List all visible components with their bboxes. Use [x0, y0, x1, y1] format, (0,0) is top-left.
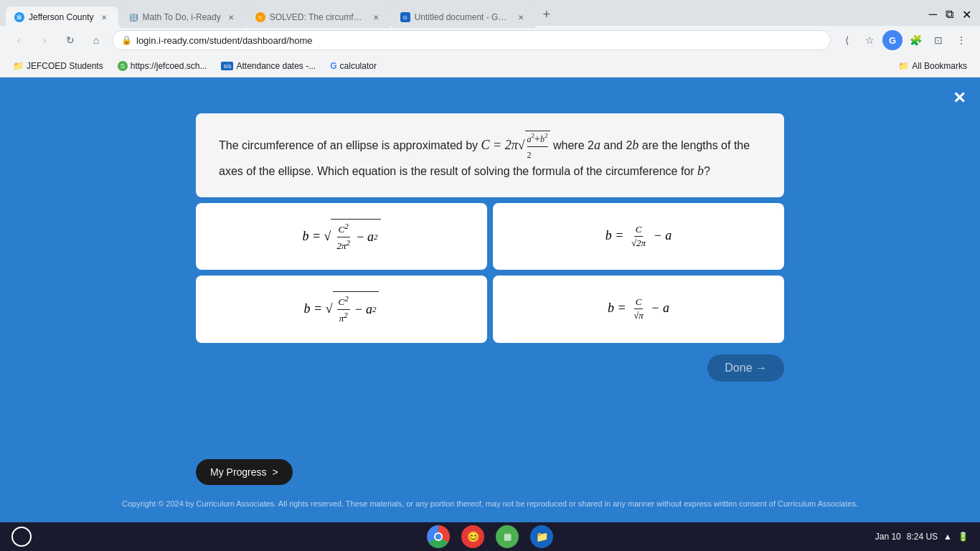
bookmark-calculator-icon: G	[330, 61, 336, 71]
answers-grid: b = √ C2 2π2 − a2 b = C	[196, 203, 784, 342]
answer-2-formula: b = C √2π − a	[606, 223, 672, 250]
bookmark-sch-icon: S	[118, 61, 128, 71]
answer-4-formula: b = C √π − a	[608, 296, 669, 322]
question-card: The circumference of an ellipse is appro…	[196, 113, 784, 197]
answer-option-3[interactable]: b = √ C2 π2 − a2	[196, 276, 487, 342]
bookmarks-bar: 📁 JEFCOED Students S https://jefcoed.sch…	[0, 55, 980, 77]
address-bar[interactable]: 🔒 login.i-ready.com/student/dashboard/ho…	[112, 30, 831, 50]
bookmark-sch[interactable]: S https://jefcoed.sch...	[113, 60, 212, 72]
taskbar-right: Jan 10 8:24 US ▲ 🔋	[875, 532, 969, 542]
taskbar-time: 8:24 US	[907, 532, 938, 542]
my-progress-arrow: >	[273, 466, 278, 478]
taskbar-chrome-icon[interactable]	[427, 525, 450, 548]
bookmark-calculator-label: calculator	[340, 61, 377, 71]
main-content: ✕ The circumference of an ellipse is app…	[0, 77, 980, 522]
taskbar: 😊 ▦ 📁 Jan 10 8:24 US ▲ 🔋	[0, 522, 980, 551]
bookmark-sch-label: https://jefcoed.sch...	[131, 61, 207, 71]
extensions-button[interactable]: 🧩	[905, 30, 925, 50]
tab4-close[interactable]: ✕	[515, 11, 527, 23]
address-text: login.i-ready.com/student/dashboard/home	[136, 35, 312, 46]
done-button[interactable]: Done →	[707, 354, 784, 382]
taskbar-blue-icon[interactable]: 📁	[530, 525, 553, 548]
tab3-favicon: S	[255, 12, 265, 22]
wifi-icon: ▲	[943, 532, 952, 542]
address-bar-actions: ⟨ ☆ G 🧩 ⊡ ⋮	[837, 30, 971, 50]
taskbar-date: Jan 10	[875, 532, 901, 542]
copyright-text: Copyright © 2024 by Curriculum Associate…	[122, 499, 858, 508]
copyright-bar: Copyright © 2024 by Curriculum Associate…	[0, 499, 980, 508]
tab4-favicon: G	[400, 12, 410, 22]
all-bookmarks[interactable]: 📁 All Bookmarks	[894, 60, 971, 72]
bookmarks-folder-icon: 📁	[898, 61, 909, 71]
lock-icon: 🔒	[121, 35, 132, 45]
tab3-label: SOLVED: The circumference of e...	[270, 12, 366, 22]
address-bar-row: ‹ › ↻ ⌂ 🔒 login.i-ready.com/student/dash…	[0, 26, 980, 55]
tab2-label: Math To Do, i-Ready	[143, 12, 221, 22]
answer-option-4[interactable]: b = C √π − a	[493, 276, 784, 342]
bookmark-jefcoed-icon: 📁	[13, 61, 24, 71]
share-button[interactable]: ⟨	[837, 30, 857, 50]
taskbar-os-button[interactable]	[11, 527, 32, 547]
bookmark-jefcoed-label: JEFCOED Students	[27, 61, 103, 71]
answer-option-1[interactable]: b = √ C2 2π2 − a2	[196, 203, 487, 270]
all-bookmarks-label: All Bookmarks	[912, 61, 967, 71]
tab4-label: Untitled document - Google Doc...	[415, 12, 511, 22]
close-button[interactable]: ✕	[953, 89, 966, 108]
new-tab-button[interactable]: +	[537, 4, 557, 24]
question-text: The circumference of an ellipse is appro…	[219, 139, 750, 177]
bookmark-attendance-label: Attendance dates -...	[236, 61, 316, 71]
bookmark-attendance[interactable]: sis Attendance dates -...	[217, 60, 320, 72]
answer-1-formula: b = √ C2 2π2 − a2	[302, 219, 380, 254]
menu-button[interactable]: ⋮	[951, 30, 971, 50]
taskbar-green-icon[interactable]: ▦	[496, 525, 519, 548]
tab-minimize[interactable]: ─	[926, 5, 940, 24]
tab-math-to-do[interactable]: 🔢 Math To Do, i-Ready ✕	[120, 6, 245, 28]
tab-jefferson-county[interactable]: 🏛 Jefferson County ✕	[6, 6, 118, 28]
tab-bar: 🏛 Jefferson County ✕ 🔢 Math To Do, i-Rea…	[0, 0, 980, 26]
tab1-favicon: 🏛	[14, 12, 24, 22]
tab1-close[interactable]: ✕	[98, 11, 110, 23]
reload-button[interactable]: ↻	[60, 30, 80, 50]
bookmark-attendance-icon: sis	[221, 62, 233, 70]
profile-button[interactable]: ⊡	[928, 30, 948, 50]
bookmark-star[interactable]: ☆	[859, 30, 880, 50]
tab-restore[interactable]: ⧉	[943, 5, 956, 24]
bookmark-calculator[interactable]: G calculator	[326, 60, 381, 72]
tab-google-docs[interactable]: G Untitled document - Google Doc... ✕	[392, 6, 535, 28]
tab2-close[interactable]: ✕	[225, 11, 237, 23]
tab2-favicon: 🔢	[128, 12, 138, 22]
tab-close-window[interactable]: ✕	[959, 5, 974, 24]
back-button[interactable]: ‹	[9, 30, 29, 50]
tab3-close[interactable]: ✕	[370, 11, 382, 23]
answer-3-formula: b = √ C2 π2 − a2	[304, 291, 380, 326]
answer-option-2[interactable]: b = C √2π − a	[493, 203, 784, 270]
taskbar-red-icon[interactable]: 😊	[461, 525, 484, 548]
forward-button[interactable]: ›	[34, 30, 55, 50]
home-button[interactable]: ⌂	[86, 30, 106, 50]
tab1-label: Jefferson County	[29, 12, 94, 22]
tab-solved[interactable]: S SOLVED: The circumference of e... ✕	[247, 6, 390, 28]
my-progress-label: My Progress	[210, 466, 267, 478]
browser-chrome: 🏛 Jefferson County ✕ 🔢 Math To Do, i-Rea…	[0, 0, 980, 77]
g-icon[interactable]: G	[882, 30, 903, 50]
my-progress-button[interactable]: My Progress >	[196, 459, 293, 485]
battery-icon: 🔋	[958, 532, 969, 542]
bookmark-jefcoed[interactable]: 📁 JEFCOED Students	[9, 60, 108, 72]
